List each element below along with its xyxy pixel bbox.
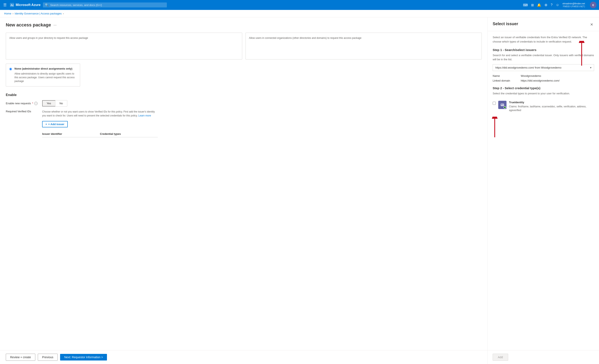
col-credential-types: Credential types — [100, 132, 158, 135]
review-create-button[interactable]: Review + create — [6, 354, 35, 361]
no-button[interactable]: No — [55, 100, 67, 106]
credential-name: TrueIdentity — [509, 101, 594, 104]
step2-title: Step 2 - Select credential type(s) — [493, 86, 594, 90]
flyout-title: Select issuer — [493, 21, 518, 26]
yes-button[interactable]: Yes — [42, 100, 55, 106]
add-button[interactable]: Add — [493, 354, 508, 361]
left-panel: New access package ··· Allow users and g… — [0, 17, 487, 364]
avatar[interactable]: E — [590, 2, 597, 8]
info-name-row: Name Woodgrovedemo — [493, 74, 594, 77]
card-directory-desc: Allow users and groups in your directory… — [9, 36, 239, 40]
table-header: Issuer identifier Credential types — [42, 131, 158, 137]
previous-button[interactable]: Previous — [38, 354, 58, 361]
name-value: Woodgrovedemo — [521, 74, 541, 77]
azure-icon: Az — [10, 3, 14, 7]
breadcrumb-sep1: › — [13, 12, 13, 15]
enable-section-title: Enable — [6, 93, 482, 97]
cloud-shell-icon[interactable]: ⌨ — [523, 3, 528, 7]
credential-icon — [498, 101, 506, 109]
name-label: Name — [493, 74, 518, 77]
issuer-info-table: Name Woodgrovedemo Linked domain https:/… — [493, 74, 594, 82]
arrow-svg-2 — [489, 117, 501, 137]
page-title-row: New access package ··· — [6, 22, 482, 28]
domain-label: Linked domain — [493, 79, 518, 82]
add-issuer-button[interactable]: + + Add issuer — [42, 121, 68, 127]
feedback-icon[interactable]: ☺ — [556, 3, 559, 7]
help-icon[interactable]: ? — [551, 3, 553, 7]
select-issuer-flyout: Select issuer ✕ Select an issuer of veri… — [487, 17, 599, 364]
admin-radio[interactable] — [9, 68, 12, 71]
next-button[interactable]: Next: Requestor Information > — [60, 354, 107, 361]
domain-value: https://did.woodgrovedemo.com/ — [521, 79, 560, 82]
page-layout: Home › Identity Governance | Access pack… — [0, 10, 599, 364]
admin-card-content: None (administrator direct assignments o… — [14, 67, 77, 83]
card-connected-orgs[interactable]: Allow users in connected organizations (… — [246, 33, 482, 60]
required-star: * — [32, 102, 33, 105]
verified-ids-row: Required Verified IDs Choose whether or … — [6, 110, 482, 137]
enable-requests-label: Enable new requests * i — [6, 102, 39, 105]
step2-desc: Select the credential types to present t… — [493, 91, 594, 96]
credential-status-badge — [504, 106, 506, 109]
search-icon: 🔍 — [45, 3, 49, 7]
info-domain-row: Linked domain https://did.woodgrovedemo.… — [493, 79, 594, 82]
app-logo: Az Microsoft Azure — [10, 3, 40, 7]
verified-ids-label: Required Verified IDs — [6, 110, 39, 113]
credential-checkbox[interactable] — [493, 102, 496, 105]
nav-icons: ⌨ ⊞ 🔔 ⚙ ? ☺ elmadmin@fimdev.net FIMDEV (… — [523, 2, 597, 8]
verified-ids-desc: Choose whether or not you want users to … — [42, 110, 158, 118]
info-icon[interactable]: i — [34, 102, 38, 105]
bottom-bar: Review + create Previous Next: Requestor… — [0, 350, 487, 364]
admin-card-title: None (administrator direct assignments o… — [14, 67, 77, 70]
settings-icon[interactable]: ⚙ — [545, 3, 547, 7]
user-info: elmadmin@fimdev.net FIMDEV (FIMDEV.NET) — [563, 2, 585, 8]
card-connected-desc: Allow users in connected organizations (… — [249, 36, 478, 40]
svg-point-5 — [501, 104, 502, 105]
svg-rect-7 — [502, 105, 503, 105]
hamburger-menu[interactable]: ☰ — [2, 2, 8, 8]
admin-card[interactable]: None (administrator direct assignments o… — [6, 64, 80, 87]
learn-more-link[interactable]: Learn more — [138, 114, 151, 117]
enable-section: Enable Enable new requests * i Yes No Re… — [6, 93, 482, 137]
page-title: New access package — [6, 22, 51, 28]
bottom-bar-container: Review + create Previous Next: Requestor… — [0, 350, 487, 364]
svg-rect-6 — [502, 104, 504, 105]
col-issuer-identifier: Issuer identifier — [42, 132, 100, 135]
yes-no-toggle[interactable]: Yes No — [42, 100, 67, 107]
flyout-footer: Add — [488, 350, 599, 364]
search-input[interactable] — [50, 3, 165, 7]
plus-icon: + — [45, 123, 47, 126]
breadcrumb-governance[interactable]: Identity Governance | Access packages — [15, 12, 62, 15]
more-options-icon[interactable]: ··· — [53, 23, 57, 27]
credential-claims: Claims: firstName, lastName, scanneddoc,… — [509, 105, 594, 112]
svg-rect-4 — [501, 104, 504, 106]
credential-item: TrueIdentity Claims: firstName, lastName… — [493, 98, 594, 115]
top-navigation: ☰ Az Microsoft Azure 🔍 ⌨ ⊞ 🔔 ⚙ ? ☺ elmad… — [0, 0, 599, 10]
breadcrumb-sep2: › — [63, 12, 64, 15]
portal-settings-icon[interactable]: ⊞ — [531, 3, 534, 7]
breadcrumb-home[interactable]: Home — [4, 12, 11, 15]
credential-info: TrueIdentity Claims: firstName, lastName… — [509, 101, 594, 112]
admin-card-desc: Allow administrators to directly assign … — [14, 72, 77, 83]
verified-ids-content: Choose whether or not you want users to … — [42, 110, 158, 137]
spacer — [493, 115, 594, 135]
enable-requests-row: Enable new requests * i Yes No — [6, 100, 482, 107]
search-bar[interactable]: 🔍 — [43, 2, 167, 8]
main-container: New access package ··· Allow users and g… — [0, 17, 599, 364]
flyout-header: Select issuer ✕ — [488, 17, 599, 31]
cards-row: Allow users and groups in your directory… — [6, 33, 482, 60]
arrow-svg-1 — [573, 41, 590, 66]
breadcrumb: Home › Identity Governance | Access pack… — [0, 10, 599, 17]
flyout-body: Select an issuer of verifiable credentia… — [488, 31, 599, 350]
card-directory-users[interactable]: Allow users and groups in your directory… — [6, 33, 242, 60]
notifications-icon[interactable]: 🔔 — [537, 3, 541, 7]
flyout-close-button[interactable]: ✕ — [589, 21, 594, 28]
svg-text:Az: Az — [10, 4, 14, 7]
